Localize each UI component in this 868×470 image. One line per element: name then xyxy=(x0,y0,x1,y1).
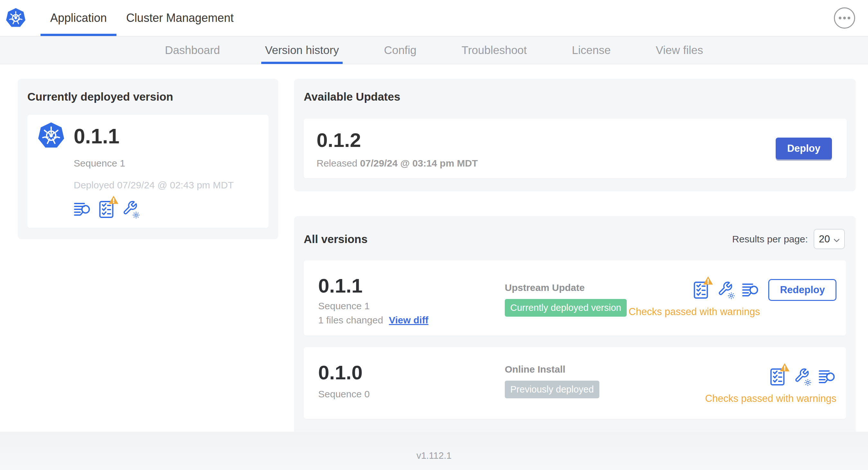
row-source-label: Online Install xyxy=(505,364,705,375)
currently-deployed-card: Currently deployed version 0.1.1 xyxy=(18,79,278,239)
subtab-dashboard[interactable]: Dashboard xyxy=(163,36,222,64)
status-badge-previously-deployed: Previously deployed xyxy=(505,381,599,398)
results-per-page-select[interactable]: 20 xyxy=(814,229,845,249)
all-versions-title: All versions xyxy=(304,233,367,246)
page-footer: v1.112.1 xyxy=(0,432,868,470)
edit-config-icon[interactable] xyxy=(716,281,734,299)
checks-status-text: Checks passed with warnings xyxy=(705,393,836,404)
row-version-number: 0.1.0 xyxy=(318,362,505,383)
view-logs-icon[interactable] xyxy=(74,202,92,217)
subtab-version-history[interactable]: Version history xyxy=(263,36,341,64)
tab-cluster-management[interactable]: Cluster Management xyxy=(117,0,243,36)
available-update-row: 0.1.2 Released 07/29/24 @ 03:14 pm MDT D… xyxy=(304,119,847,178)
all-versions-card: All versions Results per page: 20 0.1.1 … xyxy=(294,216,856,437)
ellipsis-menu-icon xyxy=(839,16,850,21)
preflight-checks-warning-icon[interactable] xyxy=(99,200,114,218)
row-sequence: Sequence 1 xyxy=(318,301,505,311)
available-updates-card: Available Updates 0.1.2 Released 07/29/2… xyxy=(294,79,856,191)
results-per-page-label: Results per page: xyxy=(732,234,808,245)
current-version-number: 0.1.1 xyxy=(74,125,119,148)
row-sequence: Sequence 0 xyxy=(318,389,505,400)
edit-config-icon[interactable] xyxy=(121,200,139,218)
current-version-sequence: Sequence 1 xyxy=(74,158,259,169)
available-updates-title: Available Updates xyxy=(304,90,847,103)
deploy-button[interactable]: Deploy xyxy=(776,138,832,160)
version-history-main: Available Updates 0.1.2 Released 07/29/2… xyxy=(294,79,856,437)
app-subnav: Dashboard Version history Config Trouble… xyxy=(0,36,868,64)
view-diff-link[interactable]: View diff xyxy=(389,315,429,326)
app-kubernetes-icon xyxy=(37,122,65,151)
currently-deployed-version-card: 0.1.1 Sequence 1 Deployed 07/29/24 @ 02:… xyxy=(27,115,269,228)
view-logs-icon[interactable] xyxy=(742,282,760,297)
tab-cluster-management-label: Cluster Management xyxy=(126,11,234,25)
warning-triangle-icon xyxy=(779,363,790,372)
row-version-number: 0.1.1 xyxy=(318,275,505,296)
update-released-timestamp: Released 07/29/24 @ 03:14 pm MDT xyxy=(317,158,478,169)
row-action-icons xyxy=(770,366,836,388)
currently-deployed-title: Currently deployed version xyxy=(27,90,269,103)
row-source-label: Upstream Update xyxy=(505,282,629,293)
subtab-view-files[interactable]: View files xyxy=(654,36,705,64)
view-logs-icon[interactable] xyxy=(818,369,836,384)
overflow-menu-button[interactable] xyxy=(834,7,855,29)
version-history-page: Currently deployed version 0.1.1 xyxy=(0,64,868,432)
tab-application[interactable]: Application xyxy=(40,0,117,36)
status-badge-currently-deployed: Currently deployed version xyxy=(505,299,627,317)
preflight-checks-warning-icon[interactable] xyxy=(770,368,785,386)
console-version-label: v1.112.1 xyxy=(416,450,452,461)
preflight-checks-warning-icon[interactable] xyxy=(693,281,708,299)
update-version-number: 0.1.2 xyxy=(317,129,478,152)
kubernetes-logo-icon xyxy=(5,8,26,28)
row-files-changed: 1 files changed xyxy=(318,315,383,326)
chevron-down-icon xyxy=(834,233,840,245)
current-version-deployed-timestamp: Deployed 07/29/24 @ 02:43 pm MDT xyxy=(74,180,259,191)
version-row-0-1-1: 0.1.1 Sequence 1 1 files changed View di… xyxy=(304,260,846,336)
warning-triangle-icon xyxy=(108,195,119,204)
top-nav-tabs: Application Cluster Management xyxy=(40,0,243,36)
subtab-config[interactable]: Config xyxy=(382,36,418,64)
edit-config-icon[interactable] xyxy=(793,368,811,386)
top-nav: Application Cluster Management xyxy=(0,0,868,36)
row-action-icons xyxy=(693,279,760,301)
tab-application-label: Application xyxy=(50,11,107,25)
redeploy-button[interactable]: Redeploy xyxy=(768,279,836,301)
checks-status-text: Checks passed with warnings xyxy=(629,306,760,317)
results-per-page: Results per page: 20 xyxy=(732,229,845,249)
warning-triangle-icon xyxy=(703,276,713,285)
subtab-license[interactable]: License xyxy=(570,36,613,64)
current-version-actions xyxy=(74,200,259,218)
subtab-troubleshoot[interactable]: Troubleshoot xyxy=(460,36,529,64)
version-row-0-1-0: 0.1.0 Sequence 0 Online Install Previous… xyxy=(304,347,846,419)
